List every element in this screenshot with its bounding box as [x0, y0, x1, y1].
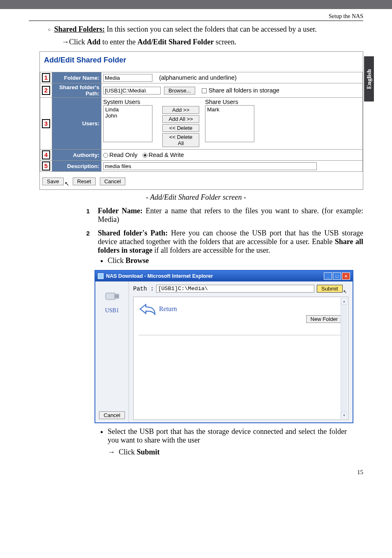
- transfer-buttons: Add >> Add All >> << Delete << Delete Al…: [162, 106, 199, 148]
- instruction-item-1: 1 Folder Name: Enter a name that refers …: [86, 207, 363, 224]
- row-description: 5 Description: media files: [40, 161, 363, 172]
- system-users-col: System Users Linda John: [103, 99, 152, 142]
- system-user-item[interactable]: John: [105, 113, 150, 119]
- scroll-down-icon[interactable]: ▼: [341, 412, 347, 419]
- arrow-right-icon: →: [108, 448, 115, 456]
- save-button[interactable]: Save: [42, 178, 64, 185]
- reset-button[interactable]: Reset: [73, 178, 96, 185]
- callout-3: 3: [42, 119, 50, 128]
- add-all-button[interactable]: Add All >>: [162, 115, 199, 123]
- share-users-list[interactable]: Mark: [205, 105, 254, 142]
- usb-sidebar: USB1 Cancel: [95, 281, 129, 422]
- cursor-icon: ↖: [65, 180, 69, 187]
- svg-rect-1: [115, 294, 119, 298]
- label-folder-name: Folder Name:: [52, 72, 101, 83]
- file-area: Return New Folder ▲ ▼: [133, 297, 348, 420]
- browse-dialog-window: NAS Download - Microsoft Internet Explor…: [95, 270, 353, 423]
- language-tab: English: [364, 56, 374, 101]
- dialog-cancel-button[interactable]: Cancel: [99, 411, 125, 419]
- path-row: Path : [USB1]C:\Media\ Submit↖: [133, 285, 348, 293]
- bullet-select-usb: Select the USB port that has the storage…: [108, 427, 363, 445]
- divider: [138, 335, 343, 335]
- bullet-circle-icon: ○: [48, 27, 51, 32]
- minimize-button[interactable]: _: [324, 272, 332, 280]
- share-users-col: Share Users Mark: [205, 99, 254, 142]
- delete-button[interactable]: << Delete: [162, 124, 199, 132]
- share-all-checkbox[interactable]: [202, 88, 207, 93]
- system-user-item[interactable]: Linda: [105, 106, 150, 113]
- item-body-2c: if all folders are accessible for the us…: [152, 246, 270, 254]
- item-num-1: 1: [86, 208, 90, 214]
- return-label: Return: [159, 305, 177, 313]
- panel-form: 1 Folder Name: Media (alphanumeric and u…: [40, 72, 363, 172]
- instruction-item-2: 2 Shared folder's Path: Here you can cho…: [86, 229, 363, 265]
- item-head-2: Shared folder's Path:: [98, 229, 168, 237]
- usb-label[interactable]: USB1: [95, 307, 129, 314]
- label-authority: Authority:: [52, 150, 101, 161]
- cancel-button[interactable]: Cancel: [100, 178, 125, 185]
- folder-name-input[interactable]: Media: [103, 74, 152, 82]
- header-setup: Setup the NAS: [29, 13, 363, 21]
- callout-5: 5: [42, 161, 50, 171]
- item-head-1: Folder Name:: [98, 207, 143, 215]
- share-users-head: Share Users: [205, 99, 254, 105]
- page-body: Setup the NAS English ○ Shared Folders: …: [0, 9, 392, 492]
- description-input[interactable]: media files: [103, 162, 317, 170]
- path-input[interactable]: [USB1]C:\Media\: [103, 87, 161, 95]
- scroll-up-icon[interactable]: ▲: [341, 298, 347, 304]
- row-path: 2 Shared folder's Path: [USB1]C:\Media\ …: [40, 83, 363, 98]
- intro-sub: →Click Add to enter the Add/Edit Shared …: [62, 38, 363, 46]
- system-users-list[interactable]: Linda John: [103, 105, 152, 142]
- svg-rect-0: [106, 293, 115, 300]
- return-link[interactable]: Return: [138, 302, 343, 316]
- submit-button[interactable]: Submit: [317, 285, 342, 293]
- intro-line: ○ Shared Folders: In this section you ca…: [48, 25, 363, 34]
- language-tab-label: English: [366, 69, 373, 89]
- arrow-right-icon: →: [62, 38, 69, 46]
- path-label: Path :: [133, 286, 154, 292]
- instruction-list: 1 Folder Name: Enter a name that refers …: [86, 207, 363, 265]
- label-description: Description:: [52, 161, 101, 172]
- panel-buttons: Save↖ Reset Cancel: [40, 172, 363, 189]
- read-only-radio[interactable]: [103, 153, 108, 158]
- usb-drive-icon[interactable]: [103, 287, 121, 304]
- after-image-block: Select the USB port that has the storage…: [99, 427, 363, 457]
- figure-caption: - Add/Edit Shared Folder screen -: [29, 193, 363, 202]
- label-path: Shared folder's Path:: [52, 83, 101, 98]
- return-arrow-icon: [138, 302, 157, 316]
- top-bar: [0, 0, 392, 9]
- system-users-head: System Users: [103, 99, 152, 105]
- read-write-label: Read & Write: [149, 152, 184, 158]
- callout-1: 1: [42, 73, 50, 82]
- scrollbar[interactable]: ▲ ▼: [341, 298, 347, 419]
- page-number: 15: [29, 469, 363, 476]
- shared-folder-panel: Add/Edit Shared Folder 1 Folder Name: Me…: [39, 51, 363, 190]
- callout-2: 2: [42, 86, 50, 95]
- arrow-submit-line: → Click Submit: [108, 448, 363, 457]
- row-users: 3 Users: System Users Linda John Add >> …: [40, 98, 363, 150]
- close-button[interactable]: ×: [342, 272, 350, 280]
- svg-rect-3: [117, 295, 118, 297]
- add-button[interactable]: Add >>: [162, 106, 199, 114]
- callout-4: 4: [42, 150, 50, 159]
- ie-logo-icon: [98, 273, 104, 279]
- row-folder-name: 1 Folder Name: Media (alphanumeric and u…: [40, 72, 363, 83]
- bullet-click-browse: Click Browse: [108, 256, 363, 265]
- new-folder-button[interactable]: New Folder: [306, 315, 342, 323]
- share-all-label: Share all folders in storage: [208, 87, 279, 94]
- delete-all-button[interactable]: << Delete All: [162, 133, 199, 147]
- window-titlebar[interactable]: NAS Download - Microsoft Internet Explor…: [95, 271, 353, 281]
- share-user-item[interactable]: Mark: [207, 106, 252, 113]
- panel-title: Add/Edit Shared Folder: [40, 52, 363, 72]
- read-write-radio[interactable]: [143, 153, 148, 158]
- browse-button[interactable]: Browse...: [164, 87, 195, 95]
- folder-name-hint: (alphanumeric and underline): [159, 74, 237, 81]
- intro-text: In this section you can select the folde…: [105, 25, 317, 33]
- read-only-label: Read Only: [109, 152, 138, 158]
- svg-rect-2: [115, 295, 116, 297]
- window-title: NAS Download - Microsoft Internet Explor…: [106, 273, 213, 279]
- cursor-icon: ↖: [344, 288, 347, 295]
- dialog-path-input[interactable]: [USB1]C:\Media\: [156, 285, 314, 293]
- maximize-button[interactable]: □: [333, 272, 341, 280]
- intro-title: Shared Folders:: [54, 25, 105, 33]
